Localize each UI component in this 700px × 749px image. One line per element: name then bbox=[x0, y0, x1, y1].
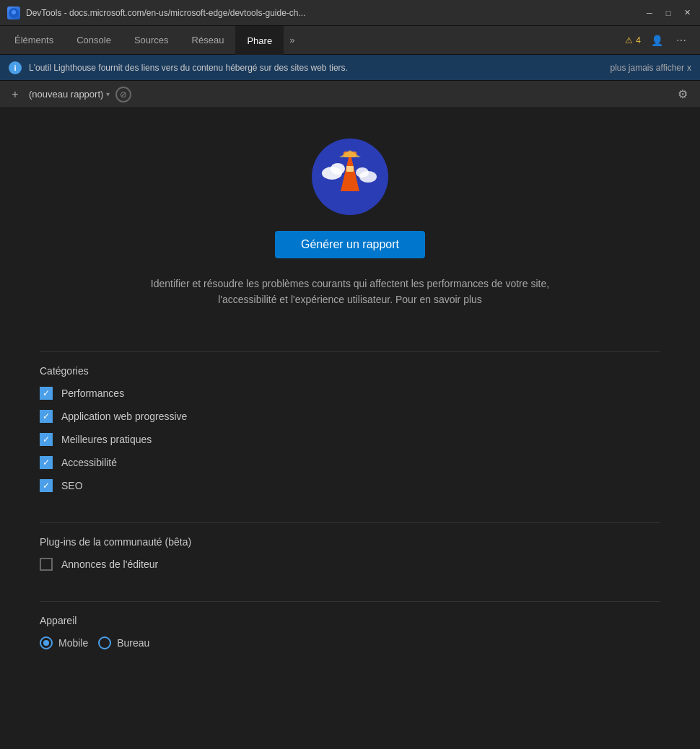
check-icon: ✓ bbox=[43, 481, 50, 490]
svg-point-10 bbox=[356, 167, 369, 178]
close-button[interactable]: ✕ bbox=[681, 7, 693, 19]
tab-action-icons: 👤 ⋯ bbox=[647, 30, 697, 51]
logo-area: Générer un rapport Identifier et résoudr… bbox=[136, 108, 564, 346]
dismiss-button[interactable]: plus jamais afficher x bbox=[611, 63, 692, 73]
more-options-icon[interactable]: ⋯ bbox=[671, 30, 691, 51]
plugins-title: Plug-ins de la communauté (bêta) bbox=[40, 536, 660, 548]
maximize-button[interactable]: □ bbox=[662, 7, 674, 19]
checkbox-publisher-ads: Annonces de l'éditeur bbox=[40, 558, 660, 571]
device-section: Appareil Mobile Bureau bbox=[25, 595, 675, 649]
report-label: (nouveau rapport) bbox=[29, 89, 103, 100]
performances-checkbox[interactable]: ✓ bbox=[40, 387, 53, 400]
accessibility-checkbox[interactable]: ✓ bbox=[40, 456, 53, 469]
tab-console[interactable]: Console bbox=[65, 26, 123, 55]
more-tabs-button[interactable]: » bbox=[284, 35, 300, 45]
check-icon: ✓ bbox=[43, 458, 50, 467]
best-practices-label: Meilleures pratiques bbox=[61, 434, 152, 445]
check-icon: ✓ bbox=[43, 435, 50, 444]
pwa-checkbox[interactable]: ✓ bbox=[40, 410, 53, 423]
pwa-label: Application web progressive bbox=[61, 411, 187, 422]
clear-button[interactable]: ⊘ bbox=[115, 87, 131, 102]
clear-icon: ⊘ bbox=[120, 89, 127, 100]
divider-device bbox=[40, 601, 660, 602]
window-controls: ─ □ ✕ bbox=[644, 7, 693, 19]
svg-point-8 bbox=[331, 163, 345, 175]
add-report-button[interactable]: + bbox=[7, 87, 23, 102]
warning-icon: ⚠ bbox=[625, 35, 633, 45]
svg-point-1 bbox=[12, 10, 16, 14]
publisher-ads-label: Annonces de l'éditeur bbox=[61, 559, 158, 570]
bureau-label: Bureau bbox=[117, 637, 149, 649]
svg-rect-6 bbox=[346, 166, 354, 172]
toolbar: + (nouveau rapport) ▾ ⊘ ⚙ bbox=[0, 81, 700, 108]
device-title: Appareil bbox=[40, 615, 660, 626]
categories-title: Catégories bbox=[40, 365, 660, 377]
check-icon: ✓ bbox=[43, 389, 50, 398]
plugins-section: Plug-ins de la communauté (bêta) Annonce… bbox=[25, 517, 675, 581]
checkbox-performances: ✓ Performances bbox=[40, 387, 660, 400]
tab-bar: Éléments Console Sources Réseau Phare » … bbox=[0, 26, 700, 55]
divider-plugins bbox=[40, 522, 660, 523]
checkbox-accessibility: ✓ Accessibilité bbox=[40, 456, 660, 469]
window-title: DevTools - docs.microsoft.com/en-us/micr… bbox=[26, 8, 638, 18]
tab-reseau[interactable]: Réseau bbox=[180, 26, 236, 55]
divider-top bbox=[40, 351, 660, 352]
accessibility-label: Accessibilité bbox=[61, 457, 117, 468]
seo-checkbox[interactable]: ✓ bbox=[40, 479, 53, 492]
title-bar: DevTools - docs.microsoft.com/en-us/micr… bbox=[0, 0, 700, 26]
chevron-down-icon: ▾ bbox=[106, 90, 110, 98]
warning-count: 4 bbox=[636, 35, 641, 45]
report-selector[interactable]: (nouveau rapport) ▾ bbox=[29, 89, 110, 100]
checkbox-best-practices: ✓ Meilleures pratiques bbox=[40, 433, 660, 446]
mobile-label: Mobile bbox=[58, 637, 88, 649]
seo-label: SEO bbox=[61, 480, 83, 491]
tab-sources[interactable]: Sources bbox=[123, 26, 180, 55]
check-icon: ✓ bbox=[43, 412, 50, 421]
dismiss-close-icon: x bbox=[687, 63, 691, 73]
info-message: L'outil Lighthouse fournit des liens ver… bbox=[29, 63, 603, 73]
checkbox-pwa: ✓ Application web progressive bbox=[40, 410, 660, 423]
user-icon[interactable]: 👤 bbox=[647, 30, 667, 51]
categories-section: Catégories ✓ Performances ✓ Application … bbox=[25, 346, 675, 502]
radio-bureau[interactable]: Bureau bbox=[98, 636, 149, 649]
info-icon: i bbox=[9, 61, 22, 74]
minimize-button[interactable]: ─ bbox=[644, 7, 655, 19]
gear-icon: ⚙ bbox=[678, 87, 688, 101]
radio-mobile[interactable]: Mobile bbox=[40, 636, 88, 649]
mobile-radio-circle[interactable] bbox=[40, 636, 53, 649]
main-content: Générer un rapport Identifier et résoudr… bbox=[0, 108, 700, 749]
description-text: Identifier et résoudre les problèmes cou… bbox=[151, 276, 549, 308]
checkbox-seo: ✓ SEO bbox=[40, 479, 660, 492]
info-bar: i L'outil Lighthouse fournit des liens v… bbox=[0, 55, 700, 81]
publisher-ads-checkbox[interactable] bbox=[40, 558, 53, 571]
lighthouse-logo bbox=[310, 137, 390, 216]
tab-elements[interactable]: Éléments bbox=[3, 26, 65, 55]
generate-report-button[interactable]: Générer un rapport bbox=[275, 231, 425, 258]
tab-phare[interactable]: Phare bbox=[235, 26, 284, 55]
settings-button[interactable]: ⚙ bbox=[673, 84, 693, 105]
device-radio-group: Mobile Bureau bbox=[40, 636, 660, 649]
best-practices-checkbox[interactable]: ✓ bbox=[40, 433, 53, 446]
browser-favicon bbox=[7, 6, 20, 19]
performances-label: Performances bbox=[61, 387, 124, 399]
warning-badge[interactable]: ⚠ 4 bbox=[619, 35, 647, 45]
bureau-radio-circle[interactable] bbox=[98, 636, 111, 649]
